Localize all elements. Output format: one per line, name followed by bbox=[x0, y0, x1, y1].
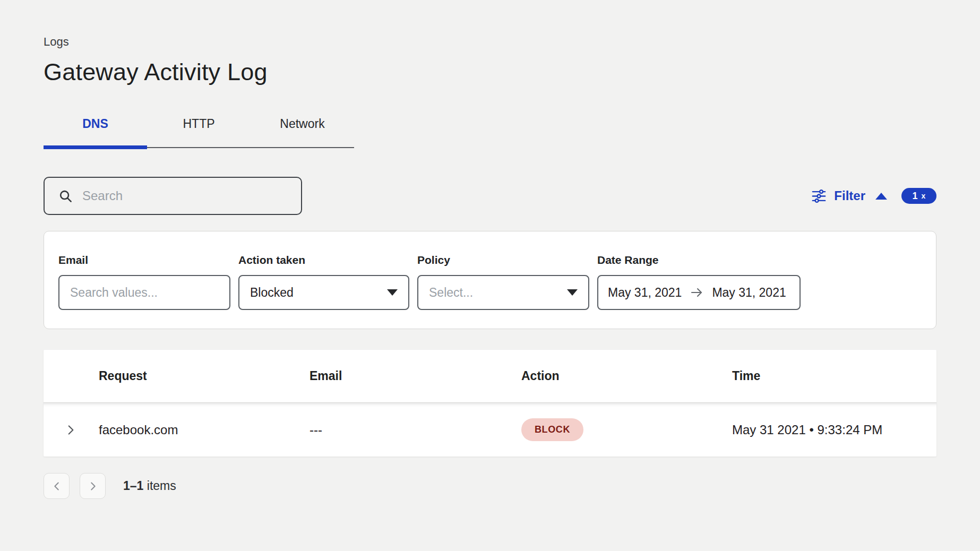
policy-value: Select... bbox=[429, 286, 473, 300]
date-start: May 31, 2021 bbox=[608, 286, 682, 300]
column-header-request: Request bbox=[98, 369, 310, 383]
email-input-box[interactable] bbox=[58, 275, 230, 310]
items-range: 1–1 bbox=[123, 479, 143, 493]
email-label: Email bbox=[58, 254, 230, 266]
search-box[interactable] bbox=[44, 177, 302, 215]
action-taken-value: Blocked bbox=[250, 286, 294, 300]
action-taken-select[interactable]: Blocked bbox=[238, 275, 409, 310]
action-taken-label: Action taken bbox=[238, 254, 409, 266]
filter-panel: Email Action taken Blocked Policy Select… bbox=[44, 231, 936, 329]
breadcrumb[interactable]: Logs bbox=[44, 35, 936, 49]
policy-select[interactable]: Select... bbox=[417, 275, 589, 310]
table-header-row: Request Email Action Time bbox=[44, 350, 936, 403]
filter-clear-x[interactable]: x bbox=[922, 192, 926, 200]
field-date-range: Date Range May 31, 2021 May 31, 2021 bbox=[597, 254, 801, 310]
prev-page-button[interactable] bbox=[44, 473, 70, 499]
cell-request: facebook.com bbox=[98, 423, 310, 437]
activity-log-table: Request Email Action Time facebook.com -… bbox=[44, 350, 936, 457]
page: Logs Gateway Activity Log DNS HTTP Netwo… bbox=[0, 0, 980, 499]
page-title: Gateway Activity Log bbox=[44, 58, 936, 86]
email-input[interactable] bbox=[70, 286, 219, 300]
filter-count: 1 bbox=[913, 191, 918, 202]
date-range-label: Date Range bbox=[597, 254, 801, 266]
chevron-up-icon bbox=[875, 193, 887, 200]
block-action-badge: BLOCK bbox=[521, 418, 583, 441]
cell-time: May 31 2021 • 9:33:24 PM bbox=[732, 423, 936, 437]
chevron-down-icon bbox=[567, 289, 578, 296]
tab-http[interactable]: HTTP bbox=[147, 117, 251, 148]
items-word: items bbox=[147, 479, 176, 493]
field-policy: Policy Select... bbox=[417, 254, 589, 310]
column-header-time: Time bbox=[732, 369, 936, 383]
tab-bar: DNS HTTP Network bbox=[44, 117, 354, 148]
tab-network-label: Network bbox=[280, 117, 324, 131]
filter-label: Filter bbox=[834, 188, 865, 203]
table-row: facebook.com --- BLOCK May 31 2021 • 9:3… bbox=[44, 403, 936, 457]
filter-toggle[interactable]: Filter 1 x bbox=[811, 188, 936, 204]
tab-dns[interactable]: DNS bbox=[44, 117, 147, 148]
chevron-right-icon bbox=[64, 423, 78, 437]
date-end: May 31, 2021 bbox=[712, 286, 786, 300]
policy-label: Policy bbox=[417, 254, 589, 266]
chevron-right-icon bbox=[87, 480, 99, 492]
column-header-action: Action bbox=[521, 369, 732, 383]
search-input[interactable] bbox=[82, 188, 287, 203]
chevron-left-icon bbox=[51, 480, 63, 492]
pagination: 1–1 items bbox=[44, 473, 936, 499]
field-email: Email bbox=[58, 254, 230, 310]
date-range-picker[interactable]: May 31, 2021 May 31, 2021 bbox=[597, 275, 801, 310]
tab-dns-label: DNS bbox=[82, 117, 108, 131]
row-expander[interactable] bbox=[44, 423, 98, 437]
column-header-email: Email bbox=[310, 369, 521, 383]
cell-action: BLOCK bbox=[521, 418, 732, 441]
filter-sliders-icon bbox=[811, 188, 827, 204]
filter-count-badge[interactable]: 1 x bbox=[901, 188, 936, 204]
field-action-taken: Action taken Blocked bbox=[238, 254, 409, 310]
tab-network[interactable]: Network bbox=[251, 117, 354, 148]
next-page-button[interactable] bbox=[80, 473, 106, 499]
chevron-down-icon bbox=[387, 289, 398, 296]
search-icon bbox=[58, 189, 73, 203]
toolbar: Filter 1 x bbox=[44, 177, 936, 215]
arrow-right-icon bbox=[690, 287, 703, 298]
tab-http-label: HTTP bbox=[183, 117, 214, 131]
items-count: 1–1 items bbox=[123, 479, 176, 493]
cell-email: --- bbox=[310, 423, 521, 437]
